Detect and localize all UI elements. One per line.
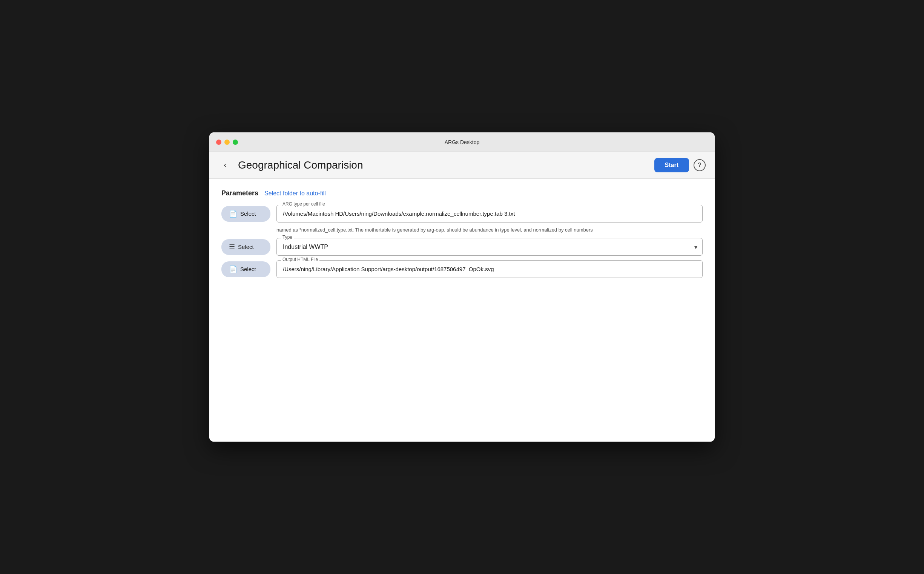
type-select[interactable]: Industrial WWTP Municipal WWTP Hospital … xyxy=(276,238,703,256)
auto-fill-link[interactable]: Select folder to auto-fill xyxy=(264,190,326,197)
start-button[interactable]: Start xyxy=(654,158,689,172)
window-title: ARGs Desktop xyxy=(445,139,480,145)
help-button[interactable]: ? xyxy=(694,159,706,171)
type-select-wrapper: Type Industrial WWTP Municipal WWTP Hosp… xyxy=(276,238,703,256)
output-file-field-container: Output HTML File xyxy=(276,260,703,278)
select-arg-file-label: Select xyxy=(240,210,256,217)
type-field-label: Type xyxy=(281,235,294,240)
select-type-label: Select xyxy=(238,244,254,250)
file-icon: 📄 xyxy=(229,210,237,218)
select-output-label: Select xyxy=(240,266,256,272)
traffic-lights xyxy=(216,140,238,145)
select-arg-file-button[interactable]: 📄 Select xyxy=(221,206,270,222)
param-row-output-file: 📄 Select Output HTML File xyxy=(221,260,703,278)
select-output-button[interactable]: 📄 Select xyxy=(221,261,270,277)
arg-file-hint: named as *normalized_cell.type.txt; The … xyxy=(276,227,703,233)
fullscreen-button[interactable] xyxy=(233,140,238,145)
close-button[interactable] xyxy=(216,140,221,145)
arg-file-field-label: ARG type per cell file xyxy=(281,201,326,207)
arg-file-input[interactable] xyxy=(276,205,703,222)
minimize-button[interactable] xyxy=(224,140,230,145)
app-window: ARGs Desktop ‹ Geographical Comparision … xyxy=(209,132,715,442)
param-row-arg-file: 📄 Select ARG type per cell file xyxy=(221,205,703,222)
param-row-type: ☰ Select Type Industrial WWTP Municipal … xyxy=(221,238,703,256)
parameters-header: Parameters Select folder to auto-fill xyxy=(221,189,703,197)
content-area: Parameters Select folder to auto-fill 📄 … xyxy=(209,179,715,442)
header-right: Start ? xyxy=(654,158,706,172)
arg-file-field-container: ARG type per cell file xyxy=(276,205,703,222)
file-icon-2: 📄 xyxy=(229,265,237,273)
output-file-input[interactable] xyxy=(276,260,703,278)
output-file-field-label: Output HTML File xyxy=(281,257,319,262)
list-icon: ☰ xyxy=(229,243,235,251)
header-left: ‹ Geographical Comparision xyxy=(218,158,363,172)
title-bar: ARGs Desktop xyxy=(209,132,715,152)
page-title: Geographical Comparision xyxy=(238,159,363,171)
parameters-label: Parameters xyxy=(221,189,259,197)
select-type-button[interactable]: ☰ Select xyxy=(221,239,270,255)
back-button[interactable]: ‹ xyxy=(218,158,232,172)
header: ‹ Geographical Comparision Start ? xyxy=(209,152,715,179)
